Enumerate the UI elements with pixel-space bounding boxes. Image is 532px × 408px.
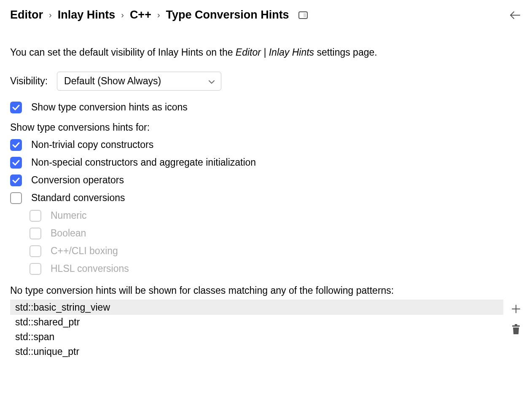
breadcrumb: Editor › Inlay Hints › C++ › Type Conver… [10,8,308,21]
option-conversion-operators[interactable]: Conversion operators [10,174,522,186]
back-button[interactable] [508,9,522,21]
option-boolean: Boolean [30,228,522,239]
breadcrumb-item-current: Type Conversion Hints [166,8,289,21]
breadcrumb-separator: › [121,10,124,20]
checkbox-checked-icon[interactable] [10,102,22,113]
breadcrumb-item[interactable]: C++ [130,8,151,21]
checkbox-checked-icon[interactable] [10,174,22,186]
option-label: Non-trivial copy constructors [31,139,153,150]
section-label-show-for: Show type conversions hints for: [10,122,522,133]
add-pattern-button[interactable] [510,303,522,315]
intro-text: You can set the default visibility of In… [10,45,522,60]
visibility-select[interactable]: Default (Show Always) [57,72,221,91]
breadcrumb-item[interactable]: Inlay Hints [58,8,116,21]
patterns-section-label: No type conversion hints will be shown f… [10,285,522,296]
list-item[interactable]: std::unique_ptr [10,344,503,359]
option-label: Show type conversion hints as icons [31,102,188,113]
option-non-trivial-copy[interactable]: Non-trivial copy constructors [10,139,522,151]
svg-rect-3 [512,325,520,327]
option-show-as-icons[interactable]: Show type conversion hints as icons [10,102,522,113]
checkbox-disabled-icon [30,245,41,257]
list-item[interactable]: std::basic_string_view [10,300,503,315]
chevron-down-icon [208,75,215,87]
checkbox-checked-icon[interactable] [10,139,22,151]
settings-header: Editor › Inlay Hints › C++ › Type Conver… [10,8,522,21]
option-non-special-constructors[interactable]: Non-special constructors and aggregate i… [10,157,522,169]
breadcrumb-separator: › [49,10,52,20]
option-standard-conversions[interactable]: Standard conversions [10,192,522,204]
option-label: HLSL conversions [51,263,129,274]
patterns-side-toolbar [510,300,522,359]
visibility-row: Visibility: Default (Show Always) [10,72,522,91]
option-label: C++/CLI boxing [51,245,118,257]
option-cli-boxing: C++/CLI boxing [30,245,522,257]
breadcrumb-separator: › [157,10,160,20]
svg-rect-4 [515,324,517,325]
checkbox-disabled-icon [30,210,41,222]
option-label: Conversion operators [31,174,124,186]
visibility-selected-value: Default (Show Always) [64,75,161,86]
visibility-label: Visibility: [10,75,48,87]
patterns-list[interactable]: std::basic_string_view std::shared_ptr s… [10,300,503,359]
patterns-area: std::basic_string_view std::shared_ptr s… [10,300,522,359]
checkbox-checked-icon[interactable] [10,157,22,169]
option-label: Numeric [51,210,87,221]
option-label: Boolean [51,228,86,239]
checkbox-disabled-icon [30,228,41,239]
list-item[interactable]: std::span [10,330,503,344]
list-item[interactable]: std::shared_ptr [10,315,503,330]
remove-pattern-button[interactable] [510,323,522,335]
panel-icon[interactable] [298,11,308,19]
option-hlsl: HLSL conversions [30,263,522,275]
checkbox-unchecked-icon[interactable] [10,192,22,204]
breadcrumb-item[interactable]: Editor [10,8,43,21]
option-numeric: Numeric [30,210,522,222]
checkbox-disabled-icon [30,263,41,275]
option-label: Standard conversions [31,192,125,204]
option-label: Non-special constructors and aggregate i… [31,157,256,168]
